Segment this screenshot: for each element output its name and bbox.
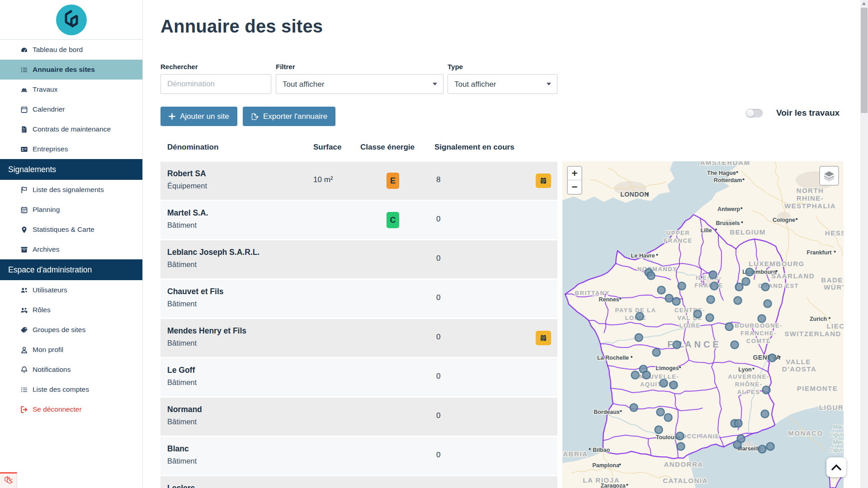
sidebar-item-liste-des-comptes[interactable]: Liste des comptes <box>0 380 142 399</box>
site-map-marker[interactable] <box>711 282 718 290</box>
site-map-marker[interactable] <box>706 314 714 322</box>
table-row[interactable]: Martel S.A.BâtimentC0 <box>160 201 557 239</box>
site-map-marker[interactable] <box>665 414 672 422</box>
scrollbar-up-arrow[interactable] <box>862 2 866 5</box>
site-map-marker[interactable] <box>694 310 702 318</box>
map-label: TABRIA <box>562 450 588 458</box>
sidebar-item-entreprises[interactable]: Entreprises <box>0 139 142 159</box>
filter-select[interactable]: Tout afficher <box>276 74 443 94</box>
signalement-count: 8 <box>436 175 440 184</box>
sidebar-item-se-deconnecter[interactable]: Se déconnecter <box>0 399 142 419</box>
scroll-to-top-button[interactable] <box>826 457 846 477</box>
sidebar-item-utilisateurs[interactable]: Utilisateurs <box>0 280 142 300</box>
site-map-marker[interactable] <box>673 341 681 349</box>
site-map-marker[interactable] <box>678 282 686 290</box>
table-row[interactable]: BlancBâtiment0 <box>160 437 557 475</box>
sidebar-item-archives[interactable]: Archives <box>0 239 142 259</box>
contract-icon <box>17 126 31 133</box>
maintenance-calendar-button[interactable] <box>536 331 551 345</box>
type-select[interactable]: Tout afficher <box>448 74 557 94</box>
sidebar-item-label: Rôles <box>33 306 51 314</box>
site-map-marker[interactable] <box>758 315 766 323</box>
table-row[interactable]: LeclercBâtiment0 <box>160 476 557 488</box>
sidebar-item-annuaire-des-sites[interactable]: Annuaire des sites <box>0 60 142 80</box>
export-directory-button[interactable]: Exporter l'annuaire <box>243 107 335 126</box>
site-map-marker[interactable] <box>655 426 663 434</box>
sidebar-item-calendrier[interactable]: Calendrier <box>0 99 142 119</box>
sidebar-item-groupes-de-sites[interactable]: Groupes de sites <box>0 320 142 340</box>
add-site-button[interactable]: Ajouter un site <box>160 107 237 126</box>
site-map-marker[interactable] <box>670 381 678 389</box>
show-works-toggle-row: Voir les travaux <box>746 107 844 119</box>
site-map-marker[interactable] <box>658 286 665 294</box>
site-map-marker[interactable] <box>635 334 643 342</box>
show-works-toggle[interactable] <box>746 109 763 117</box>
table-row[interactable]: Le GoffBâtiment0 <box>160 358 557 396</box>
site-map-marker[interactable] <box>764 300 772 308</box>
site-map-marker[interactable] <box>653 349 660 357</box>
map[interactable]: AMSTERDAMThe HagueRotterdamLONDONAntwerp… <box>562 161 844 488</box>
table-row[interactable]: Chauvet et FilsBâtiment0 <box>160 280 557 318</box>
app-logo[interactable] <box>0 0 142 40</box>
table-row[interactable]: Mendes Henry et FilsBâtiment0 <box>160 319 557 357</box>
map-label: AMSTERDAM <box>700 161 750 166</box>
site-map-marker[interactable] <box>677 443 685 450</box>
site-name: Leblanc Joseph S.A.R.L. <box>167 248 259 257</box>
sidebar-item-liste-des-signalements[interactable]: Liste des signalements <box>0 180 142 200</box>
laravel-debugbar-button[interactable] <box>0 472 17 488</box>
map-label: Ligure <box>830 447 844 453</box>
filter-label: Filtrer <box>276 63 295 70</box>
site-map-marker[interactable] <box>742 278 750 286</box>
sidebar-item-planning[interactable]: Planning <box>0 200 142 220</box>
maintenance-calendar-button[interactable] <box>536 174 551 188</box>
site-map-marker[interactable] <box>746 268 754 276</box>
map-zoom-out-button[interactable]: − <box>568 180 581 194</box>
site-map-marker[interactable] <box>632 371 639 379</box>
site-map-marker[interactable] <box>763 386 770 394</box>
site-map-marker[interactable] <box>767 443 774 450</box>
site-map-marker[interactable] <box>709 271 717 279</box>
table-row[interactable]: Leblanc Joseph S.A.R.L.Bâtiment0 <box>160 240 557 278</box>
site-map-marker[interactable] <box>643 371 651 379</box>
site-map-marker[interactable] <box>657 408 665 416</box>
map-layers-control[interactable] <box>819 166 839 186</box>
sidebar-item-travaux[interactable]: Travaux <box>0 80 142 99</box>
site-map-marker[interactable] <box>647 272 655 280</box>
site-map-marker[interactable] <box>736 283 743 291</box>
site-name: Normand <box>167 405 202 414</box>
map-label: Antwerp <box>717 206 740 212</box>
map-label: Pamplona <box>592 462 620 469</box>
table-row[interactable]: NormandBâtiment0 <box>160 398 557 436</box>
site-map-marker[interactable] <box>769 354 776 362</box>
site-map-marker[interactable] <box>707 296 715 304</box>
map-label: WÜRTT <box>824 283 844 291</box>
table-row[interactable]: Robert SAÉquipement10 m²E8 <box>160 162 557 200</box>
site-map-marker[interactable] <box>731 341 739 349</box>
site-map-marker[interactable] <box>673 298 680 305</box>
browser-scrollbar[interactable] <box>860 0 868 488</box>
site-map-marker[interactable] <box>636 313 644 320</box>
sidebar-item-mon-profil[interactable]: Mon profil <box>0 340 142 360</box>
site-map-marker[interactable] <box>759 446 766 453</box>
map-label: BOURGOGNE- <box>735 322 783 329</box>
site-map-marker[interactable] <box>630 404 638 412</box>
site-map-marker[interactable] <box>734 441 741 449</box>
sidebar-item-contrats-de-maintenance[interactable]: Contrats de maintenance <box>0 119 142 139</box>
site-map-marker[interactable] <box>761 410 769 418</box>
sidebar-item-tableau-de-bord[interactable]: Tableau de bord <box>0 40 142 60</box>
site-map-marker[interactable] <box>660 380 668 387</box>
site-map-marker[interactable] <box>735 420 742 427</box>
site-map-marker[interactable] <box>734 297 742 305</box>
search-input[interactable] <box>160 74 271 94</box>
sidebar-item-label: Calendrier <box>33 105 65 113</box>
site-map-marker[interactable] <box>665 295 673 302</box>
map-canvas[interactable]: AMSTERDAMThe HagueRotterdamLONDONAntwerp… <box>562 161 844 488</box>
sidebar-item-notifications[interactable]: Notifications <box>0 360 142 380</box>
sidebar-item-roles[interactable]: Rôles <box>0 300 142 320</box>
site-map-marker[interactable] <box>676 432 684 440</box>
scrollbar-thumb[interactable] <box>861 8 868 113</box>
site-map-marker[interactable] <box>762 283 769 291</box>
map-zoom-in-button[interactable]: + <box>568 167 581 180</box>
sidebar-item-statistiques-carte[interactable]: Statistiques & Carte <box>0 220 142 239</box>
site-map-marker[interactable] <box>726 323 733 331</box>
